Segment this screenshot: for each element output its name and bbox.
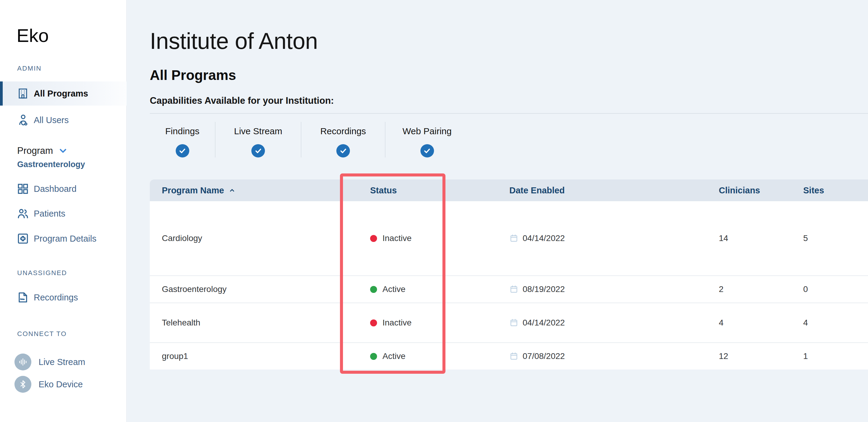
sidebar-item-label: All Users (34, 115, 69, 125)
capability-findings: Findings (150, 122, 215, 158)
sidebar-item-label: Live Stream (38, 357, 85, 367)
program-details-icon (17, 232, 29, 245)
check-circle-icon (176, 144, 189, 158)
admin-section-label: ADMIN (17, 64, 41, 73)
column-header-clinicians[interactable]: Clinicians (719, 186, 803, 195)
date-enabled-cell: 04/14/2022 (509, 233, 719, 243)
recordings-file-icon (17, 291, 29, 304)
institution-title: Institute of Anton (150, 28, 318, 54)
capability-live-stream: Live Stream (215, 122, 301, 158)
sidebar-item-label: Patients (34, 209, 65, 219)
sidebar-item-label: Program Details (34, 234, 96, 244)
table-header-row: Program Name Status Date Enabled Clinici… (150, 179, 868, 201)
clinicians-cell: 14 (719, 233, 803, 243)
eko-logo: Eko (17, 25, 49, 46)
sidebar-item-dashboard[interactable]: Dashboard (0, 177, 127, 200)
check-circle-icon (251, 144, 265, 158)
status-label: Inactive (382, 233, 412, 243)
date-label: 07/08/2022 (523, 351, 565, 361)
status-dot (370, 235, 377, 242)
sidebar-item-all-users[interactable]: All Users (0, 109, 127, 132)
status-cell: Inactive (370, 318, 509, 328)
capability-label: Live Stream (234, 126, 282, 136)
table-row[interactable]: group1 Active 07/08/2022 12 1 (150, 342, 868, 369)
status-cell: Inactive (370, 233, 509, 243)
date-enabled-cell: 07/08/2022 (509, 351, 719, 361)
program-dropdown[interactable]: Program (17, 145, 68, 156)
calendar-icon (509, 234, 518, 243)
page-title: All Programs (150, 67, 236, 83)
date-label: 08/19/2022 (523, 284, 565, 294)
date-enabled-cell: 08/19/2022 (509, 284, 719, 294)
program-name-cell: Cardiology (162, 233, 370, 243)
sites-cell: 5 (803, 233, 868, 243)
unassigned-section-label: UNASSIGNED (17, 269, 67, 277)
sites-cell: 4 (803, 318, 868, 328)
status-cell: Active (370, 284, 509, 294)
patients-icon (17, 207, 29, 220)
status-label: Active (382, 284, 405, 294)
capabilities-row: Findings Live Stream Recordings Web Pair… (150, 122, 469, 158)
divider (150, 113, 868, 114)
date-label: 04/14/2022 (523, 318, 565, 328)
check-circle-icon (421, 144, 434, 158)
connect-to-section-label: CONNECT TO (17, 330, 67, 338)
sidebar-item-label: Eko Device (38, 379, 83, 389)
check-circle-icon (336, 144, 350, 158)
calendar-icon (509, 318, 518, 327)
programs-table: Program Name Status Date Enabled Clinici… (150, 179, 868, 369)
capability-label: Web Pairing (403, 126, 452, 136)
sidebar-item-label: All Programs (34, 89, 88, 99)
column-header-program-name[interactable]: Program Name (162, 186, 370, 195)
calendar-icon (509, 285, 518, 294)
capabilities-heading: Capabilities Available for your Institut… (150, 95, 334, 106)
table-row[interactable]: Cardiology Inactive 04/14/2022 14 5 (150, 201, 868, 275)
sidebar-item-label: Recordings (34, 292, 78, 303)
sites-cell: 0 (803, 284, 868, 294)
capability-web-pairing: Web Pairing (385, 122, 469, 158)
date-enabled-cell: 04/14/2022 (509, 318, 719, 328)
clinicians-cell: 12 (719, 351, 803, 361)
sidebar-item-program-details[interactable]: Program Details (0, 227, 127, 250)
status-dot (370, 286, 377, 293)
chevron-down-icon (58, 146, 68, 156)
sidebar-item-recordings[interactable]: Recordings (0, 286, 127, 309)
capability-recordings: Recordings (301, 122, 385, 158)
date-label: 04/14/2022 (523, 233, 565, 243)
building-icon (17, 87, 29, 100)
table-row[interactable]: Telehealth Inactive 04/14/2022 4 4 (150, 303, 868, 342)
column-header-status[interactable]: Status (370, 186, 509, 195)
clinicians-cell: 4 (719, 318, 803, 328)
status-dot (370, 353, 377, 360)
program-name-cell: Telehealth (162, 318, 370, 328)
calendar-icon (509, 352, 518, 361)
sidebar-item-eko-device[interactable]: Eko Device (0, 373, 127, 396)
sidebar-item-patients[interactable]: Patients (0, 202, 127, 225)
doctor-icon (17, 114, 29, 126)
status-label: Active (382, 351, 405, 361)
sidebar: Eko ADMIN All Programs All Users (0, 0, 127, 422)
capability-label: Findings (165, 126, 199, 136)
status-dot (370, 319, 377, 327)
program-name-cell: group1 (162, 351, 370, 361)
status-label: Inactive (382, 318, 412, 328)
clinicians-cell: 2 (719, 284, 803, 294)
dashboard-grid-icon (17, 182, 29, 195)
column-header-sites[interactable]: Sites (803, 186, 868, 195)
program-dropdown-label: Program (17, 145, 53, 156)
sort-ascending-icon (228, 187, 236, 194)
column-header-date-enabled[interactable]: Date Enabled (509, 186, 719, 195)
program-name-cell: Gastroenterology (162, 284, 370, 294)
sidebar-item-label: Dashboard (34, 184, 76, 194)
sidebar-item-live-stream[interactable]: Live Stream (0, 350, 127, 373)
table-body: Cardiology Inactive 04/14/2022 14 5 Gast… (150, 201, 868, 369)
capability-label: Recordings (320, 126, 366, 136)
live-stream-waveform-icon (14, 354, 31, 370)
sites-cell: 1 (803, 351, 868, 361)
main-content: Institute of Anton All Programs Capabili… (127, 0, 868, 422)
program-selected-value: Gastroenterology (17, 160, 85, 169)
table-row[interactable]: Gastroenterology Active 08/19/2022 2 0 (150, 275, 868, 303)
sidebar-item-all-programs[interactable]: All Programs (0, 81, 127, 106)
bluetooth-icon (14, 376, 31, 393)
status-cell: Active (370, 351, 509, 361)
